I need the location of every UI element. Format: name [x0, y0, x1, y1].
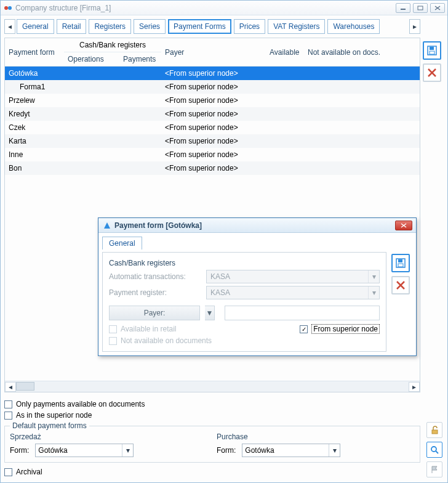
chevron-down-icon: ▾: [368, 270, 379, 283]
dialog-save-button[interactable]: [391, 254, 410, 272]
table-row[interactable]: Kredyt<From superior node>: [5, 107, 420, 121]
svg-rect-7: [430, 47, 434, 50]
purchase-label: Purchase: [217, 432, 415, 441]
table-row[interactable]: Gotówka<From superior node>: [5, 67, 420, 80]
floppy-icon: [426, 45, 438, 56]
checkbox-icon: [4, 412, 12, 420]
x-icon: [396, 280, 406, 290]
dialog-close-button[interactable]: [395, 221, 412, 230]
not-available-docs-checkbox: Not available on documents: [109, 336, 380, 345]
window-title: Company structure [Firma_1]: [15, 4, 396, 12]
svg-rect-3: [418, 6, 423, 10]
chevron-down-icon: ▾: [329, 444, 340, 457]
tab-retail[interactable]: Retail: [57, 19, 87, 34]
magnifier-icon: [430, 445, 439, 455]
checkbox-icon: [109, 325, 117, 333]
tab-vat-registers[interactable]: VAT Registers: [268, 19, 325, 34]
checkbox-icon: [4, 468, 12, 476]
th-cash-bank-group: Cash/Bank registers Operations Payments: [64, 38, 161, 66]
lock-open-icon: [430, 425, 439, 435]
app-icon: [3, 3, 13, 13]
payer-input[interactable]: [225, 306, 380, 320]
dialog-icon: [102, 221, 112, 230]
th-available[interactable]: Available: [266, 38, 304, 66]
from-superior-checkbox[interactable]: ✓ From superior node: [300, 324, 380, 334]
svg-rect-11: [432, 430, 438, 434]
minimize-button[interactable]: [396, 3, 410, 13]
svg-line-13: [436, 451, 438, 453]
titlebar: Company structure [Firma_1]: [1, 1, 447, 15]
svg-point-1: [8, 6, 12, 10]
svg-point-0: [4, 6, 8, 10]
table-row[interactable]: Inne<From superior node>: [5, 148, 420, 161]
svg-rect-2: [401, 9, 406, 10]
tab-prices[interactable]: Prices: [234, 19, 265, 34]
dialog-titlebar[interactable]: Payment form [Gotówka]: [98, 218, 416, 233]
table-row[interactable]: Bon<From superior node>: [5, 161, 420, 175]
payment-form-dialog: Payment form [Gotówka] General Cash/Bank…: [98, 217, 417, 356]
th-payer[interactable]: Payer: [161, 38, 266, 66]
flag-button[interactable]: [426, 461, 442, 477]
table-row[interactable]: Przelew<From superior node>: [5, 94, 420, 107]
dialog-tab-general[interactable]: General: [102, 237, 142, 250]
svg-rect-8: [430, 51, 434, 54]
as-in-superior-checkbox[interactable]: As in the superior node: [4, 411, 420, 420]
lock-button[interactable]: [426, 422, 442, 438]
chevron-down-icon: ▾: [368, 286, 379, 299]
floppy-icon: [395, 258, 406, 269]
payer-button[interactable]: Payer:: [109, 306, 200, 320]
only-payments-checkbox[interactable]: Only payments available on documents: [4, 400, 420, 408]
delete-button[interactable]: [423, 63, 441, 82]
th-payment-form[interactable]: Payment form: [5, 38, 64, 66]
scroll-thumb[interactable]: [16, 382, 34, 391]
table-row[interactable]: Karta<From superior node>: [5, 134, 420, 148]
tab-series[interactable]: Series: [134, 19, 166, 34]
archival-checkbox[interactable]: Archival: [4, 468, 420, 476]
x-icon: [427, 68, 437, 78]
th-payments[interactable]: Payments: [119, 52, 161, 66]
tab-warehouses[interactable]: Warehouses: [327, 19, 380, 34]
checkbox-icon: ✓: [300, 325, 308, 333]
tab-strip: ◂ GeneralRetailRegistersSeriesPayment Fo…: [4, 19, 420, 34]
sale-form-select[interactable]: Gotówka ▾: [35, 444, 134, 457]
available-retail-checkbox: Available in retail: [109, 325, 300, 333]
h-scrollbar[interactable]: ◂ ▸: [5, 381, 420, 392]
scroll-track[interactable]: [16, 382, 409, 392]
search-button[interactable]: [426, 442, 442, 458]
tab-registers[interactable]: Registers: [89, 19, 131, 34]
table-row[interactable]: Czek<From superior node>: [5, 121, 420, 134]
purchase-form-select[interactable]: Gotówka ▾: [242, 444, 340, 457]
save-button[interactable]: [423, 41, 441, 60]
default-payment-forms-group: Default payment forms Sprzedaż Form: Got…: [4, 426, 420, 463]
scroll-left-button[interactable]: ◂: [5, 382, 16, 392]
flag-icon: [430, 465, 439, 474]
scroll-right-button[interactable]: ▸: [409, 382, 420, 392]
table-header: Payment form Cash/Bank registers Operati…: [5, 38, 420, 67]
tab-scroll-left[interactable]: ◂: [4, 19, 15, 34]
pay-reg-label: Payment register:: [109, 288, 201, 297]
checkbox-icon: [4, 400, 12, 408]
tab-general[interactable]: General: [17, 19, 54, 34]
checkbox-icon: [109, 337, 117, 345]
auto-trans-select[interactable]: KASA ▾: [206, 270, 380, 283]
maximize-button[interactable]: [413, 3, 428, 13]
svg-rect-18: [398, 259, 402, 262]
chevron-down-icon: ▾: [122, 444, 133, 457]
form-label: Form:: [10, 446, 29, 455]
dialog-cancel-button[interactable]: [391, 276, 410, 294]
auto-trans-label: Automatic transactions:: [109, 272, 201, 281]
pay-reg-select[interactable]: KASA ▾: [206, 286, 380, 299]
table-row[interactable]: Forma1<From superior node>: [5, 80, 420, 94]
group-label: Cash/Bank registers: [109, 259, 380, 267]
svg-marker-14: [104, 222, 110, 229]
th-not-available[interactable]: Not available on docs.: [304, 38, 420, 66]
window: Company structure [Firma_1] ◂ GeneralRet…: [0, 0, 448, 483]
svg-rect-19: [398, 264, 403, 267]
tab-scroll-right[interactable]: ▸: [409, 19, 420, 34]
th-operations[interactable]: Operations: [64, 52, 119, 66]
svg-point-12: [431, 447, 436, 452]
tab-payment-forms[interactable]: Payment Forms: [168, 19, 231, 34]
payer-dropdown[interactable]: ▼: [205, 306, 215, 320]
dialog-panel: Cash/Bank registers Automatic transactio…: [102, 252, 386, 352]
close-button[interactable]: [430, 3, 445, 13]
